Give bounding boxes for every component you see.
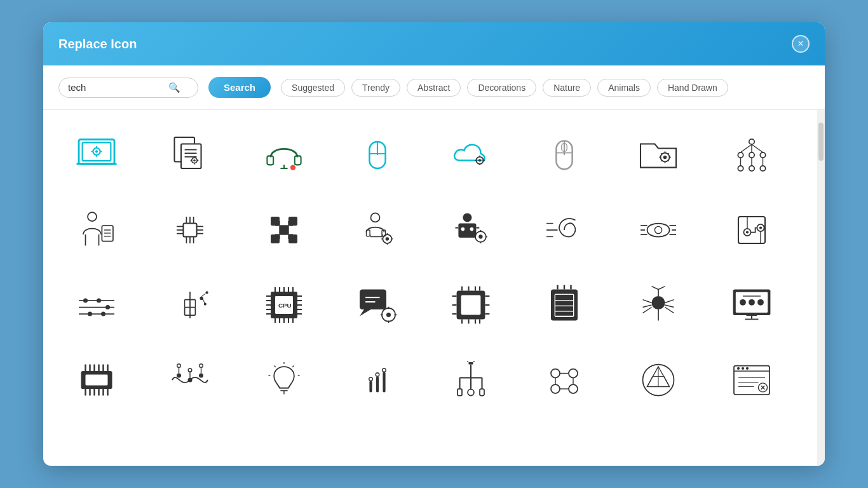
icon-circuit-lines[interactable] [58,270,135,340]
svg-point-131 [101,312,105,316]
svg-line-203 [658,287,665,290]
icon-lightbulb-tech[interactable] [246,345,322,415]
svg-rect-96 [458,224,476,238]
icon-mouse-outline[interactable] [526,120,602,190]
icon-usb-tree[interactable] [433,345,509,415]
svg-point-102 [478,234,482,238]
icon-circuit-chip[interactable] [152,195,228,265]
modal-body: CPU [43,110,825,466]
search-wrapper: 🔍 [58,78,198,98]
svg-point-200 [651,296,665,309]
icon-network-nodes[interactable] [714,120,790,190]
svg-line-140 [201,294,205,297]
svg-line-205 [642,305,651,308]
svg-point-235 [188,378,193,383]
svg-point-49 [749,152,754,158]
svg-point-128 [97,299,101,303]
filter-tags: SuggestedTrendyAbstractDecorationsNature… [281,79,728,97]
svg-line-247 [274,366,275,367]
svg-point-285 [737,367,740,370]
svg-point-121 [759,226,762,229]
icon-bug-network[interactable] [620,270,696,340]
svg-point-129 [105,305,110,309]
icons-grid: CPU [58,120,802,415]
toolbar: 🔍 Search SuggestedTrendyAbstractDecorati… [43,65,825,110]
search-input[interactable] [68,82,163,93]
icon-mouse[interactable] [339,120,416,190]
icon-signal-bars[interactable] [339,345,416,415]
icon-headphone-support[interactable] [246,120,322,190]
icon-pcb-trace[interactable] [714,195,790,265]
scrollbar-track[interactable] [817,110,825,466]
icon-chat-gear[interactable] [339,270,416,340]
icon-person-tablet[interactable] [58,195,135,265]
svg-point-216 [740,299,746,306]
svg-line-209 [665,308,674,313]
icon-geodesic-dome[interactable] [620,345,696,415]
filter-tag-nature[interactable]: Nature [543,79,591,97]
svg-line-56 [752,144,763,152]
svg-rect-194 [555,301,573,306]
svg-point-86 [370,213,379,222]
icon-cloud-settings[interactable] [433,120,509,190]
svg-point-218 [757,299,764,306]
icon-laptop-settings[interactable] [58,120,135,190]
svg-rect-283 [734,366,770,395]
svg-point-60 [88,212,97,221]
svg-point-52 [749,166,754,171]
svg-rect-196 [555,312,573,316]
svg-point-287 [746,367,749,370]
icon-microchip-filled[interactable] [433,270,509,340]
svg-line-208 [665,305,674,308]
svg-point-236 [199,374,203,378]
icon-circuit-board-2[interactable] [620,195,696,265]
svg-line-54 [740,144,752,152]
icon-cpu-chip[interactable]: CPU [246,270,322,340]
svg-point-138 [206,291,208,294]
svg-point-270 [551,384,560,393]
icon-chip-processor[interactable] [58,345,135,415]
search-button[interactable]: Search [208,77,271,98]
icon-document-settings[interactable] [152,120,228,190]
filter-tag-hand-drawn[interactable]: Hand Drawn [657,79,728,97]
filter-tag-suggested[interactable]: Suggested [281,79,345,97]
icon-hierarchy-circles[interactable] [526,345,602,415]
svg-marker-265 [469,362,473,365]
svg-rect-176 [461,295,481,315]
icon-operator-settings[interactable] [339,195,416,265]
filter-tag-decorations[interactable]: Decorations [467,79,536,97]
modal-header: Replace Icon × [43,22,825,65]
icon-circuits-wave[interactable] [152,345,228,415]
icon-usb-sparkle[interactable] [152,270,228,340]
svg-rect-221 [86,375,108,386]
svg-point-268 [551,369,560,378]
icon-chip-battery[interactable] [526,270,602,340]
icon-monitor-dots[interactable] [714,270,790,340]
svg-line-141 [203,299,205,303]
icon-robot-gear[interactable] [433,195,509,265]
icon-ai-pattern[interactable] [246,195,322,265]
svg-rect-10 [181,144,201,169]
svg-marker-166 [360,309,371,316]
svg-point-286 [742,367,744,370]
filter-tag-animals[interactable]: Animals [597,79,651,97]
icons-area[interactable]: CPU [43,110,817,466]
close-button[interactable]: × [792,35,810,53]
svg-rect-81 [288,217,297,226]
icon-folder-gear[interactable] [620,120,696,190]
search-icon: 🔍 [168,82,180,93]
filter-tag-abstract[interactable]: Abstract [407,79,461,97]
svg-point-97 [461,227,465,231]
svg-point-139 [204,303,207,306]
icon-circuit-spiral[interactable] [526,195,602,265]
svg-line-207 [665,300,674,303]
icon-browser-settings[interactable] [714,345,790,415]
svg-point-90 [385,237,389,241]
svg-point-119 [746,231,749,233]
filter-tag-trendy[interactable]: Trendy [351,79,400,97]
svg-line-204 [642,300,651,303]
replace-icon-modal: Replace Icon × 🔍 Search SuggestedTrendyA… [43,22,825,466]
scrollbar-thumb[interactable] [818,123,824,161]
svg-point-116 [654,226,661,233]
svg-rect-262 [458,389,462,396]
